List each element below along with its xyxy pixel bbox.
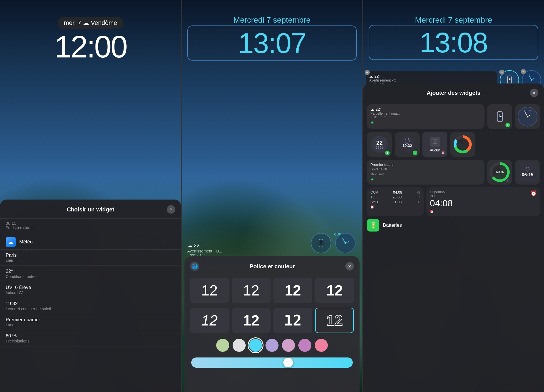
weather-widget-2: ☁ 22° Avertissement - O... ↑ 23° ↓ 14° xyxy=(187,243,222,258)
moon-item[interactable]: Premier quartier Lune xyxy=(0,314,181,330)
weather-wide-widget[interactable]: ☁ 22° Partiellement nua... ↑ 31° ↓ 18° 🌦 xyxy=(367,104,484,129)
tz-syd-time: 21:08 xyxy=(392,200,402,204)
conditions-label: 22° xyxy=(6,269,175,274)
lock-time-outlined-2: 13:07 xyxy=(187,25,357,61)
conditions-item[interactable]: 22° Conditions météo xyxy=(0,266,181,282)
batteries-icon: 🔋 xyxy=(367,219,379,232)
color-swatches xyxy=(190,339,354,352)
phone-panel-3: Mercredi 7 septembre 13:08 − ☁ 22° Avert… xyxy=(363,0,544,392)
alarm-06-time: 06:15 xyxy=(522,172,534,177)
font-medium[interactable]: 12 xyxy=(273,278,312,303)
alarm-label: Prochaine alarme xyxy=(6,226,175,230)
moon-lever: Lever 14:38 xyxy=(370,167,481,172)
lock-time-1: 12:00 xyxy=(0,31,181,62)
paris-item[interactable]: Paris Lieu xyxy=(0,250,181,266)
sheet-header-1: Choisir un widget ✕ xyxy=(0,205,181,219)
modal-close-btn[interactable]: ✕ xyxy=(345,262,354,271)
widgets-row-2: 22 18 31 + 19:32 + xyxy=(363,132,544,157)
font-grid: 12 12 12 12 xyxy=(190,278,354,303)
edit-weather-temp: ☁ 22° xyxy=(369,74,494,78)
moon-duration: 1h 29 min xyxy=(370,172,481,177)
font-thin[interactable]: 12 xyxy=(190,278,229,303)
alarm-widget[interactable]: 19:32 + xyxy=(395,132,420,157)
aucun-label: Aucun xyxy=(430,148,440,152)
font-color-modal: 🌐 Police et couleur ✕ 12 12 12 12 12 12 … xyxy=(184,256,360,392)
batteries-label: Batteries xyxy=(383,222,402,228)
lock-time-text-3: 13:08 xyxy=(373,28,534,57)
moon-title: Premier quarti... xyxy=(370,162,481,167)
swatch-lavender[interactable] xyxy=(265,339,279,352)
alarm-time: 06:15 xyxy=(6,221,175,226)
ring-pct: 60 % xyxy=(492,165,507,179)
add-widgets-close-btn[interactable]: ✕ xyxy=(530,89,538,97)
swatch-white[interactable] xyxy=(233,339,246,352)
rings-widget[interactable] xyxy=(450,132,475,157)
uvi-label: UVI 6 Élevé xyxy=(6,285,175,290)
widgets-row-1: ☁ 22° Partiellement nua... ↑ 31° ↓ 18° 🌦… xyxy=(363,104,544,129)
tz-tok-offset: +7 xyxy=(416,195,420,199)
alarm-06-widget[interactable]: 06:15 xyxy=(515,160,540,185)
edit-weather-label: Avertissement - O... xyxy=(369,78,494,82)
watch-sq-widget[interactable]: + xyxy=(487,104,512,129)
font-rounded[interactable]: 12 xyxy=(232,308,271,333)
tz-cup-time: 04:08 xyxy=(393,190,402,194)
swatch-green[interactable] xyxy=(216,339,229,352)
font-bold[interactable]: 12 xyxy=(315,278,354,303)
percent-widget[interactable]: 60 % ↑ xyxy=(487,160,512,185)
countdown-num: 22 xyxy=(376,140,382,146)
add-widgets-panel: Ajouter des widgets ✕ ☁ 22° Partiellemen… xyxy=(363,83,544,392)
aucun-widget[interactable]: Aucun 📅 xyxy=(422,132,447,157)
svg-point-18 xyxy=(526,168,529,171)
font-grid-2: 12 12 12 12 xyxy=(190,308,354,333)
minus-watch[interactable]: − xyxy=(499,70,504,75)
cupertino-widget[interactable]: Cupertino -9 H ⏰ 04:08 ⏰ xyxy=(426,187,540,216)
widgets-row-4: CUP 04:08 -9 TOK 20:08 +7 SYD 21:08 +8 ⏰ xyxy=(363,187,544,216)
precip-item[interactable]: 60 % Précipitations xyxy=(0,330,181,346)
tz-cup-offset: -9 xyxy=(417,190,420,194)
tz-widget[interactable]: CUP 04:08 -9 TOK 20:08 +7 SYD 21:08 +8 ⏰ xyxy=(367,187,424,216)
font-mono[interactable]: 12 xyxy=(273,308,312,333)
lock-time-text-2: 13:07 xyxy=(192,29,352,57)
cup-time-display: 04:08 xyxy=(430,198,537,209)
w1-range: ↑ 31° ↓ 18° xyxy=(370,115,481,119)
brightness-slider[interactable] xyxy=(191,357,353,368)
swatch-pink[interactable] xyxy=(315,339,328,352)
swatch-blue[interactable] xyxy=(249,339,262,352)
phone-panel-2: Mercredi 7 septembre 13:07 ☁ 22° Avertis… xyxy=(181,0,363,392)
sheet-close-btn[interactable]: ✕ xyxy=(167,205,175,214)
tz-tok-code: TOK xyxy=(370,195,378,199)
uvi-sub: Indice UV xyxy=(6,290,175,295)
sunset-item[interactable]: 19:32 Lever et coucher de soleil xyxy=(0,298,181,314)
precip-label: 60 % xyxy=(6,333,175,339)
w1-desc: Partiellement nua... xyxy=(370,112,481,115)
phone-panel-1: mer. 7 ☁ Vendôme 12:00 ☁ 21° Avertisseme… xyxy=(0,0,181,392)
swatch-mauve[interactable] xyxy=(282,339,295,352)
tz-cup-code: CUP xyxy=(370,190,378,194)
minus-cup[interactable]: − xyxy=(521,69,526,74)
modal-title: Police et couleur xyxy=(199,263,346,270)
brightness-thumb xyxy=(283,358,293,367)
font-outlined[interactable]: 12 xyxy=(315,308,354,333)
batteries-section[interactable]: 🔋 Batteries xyxy=(363,219,544,232)
swatch-purple[interactable] xyxy=(298,339,311,352)
font-light[interactable]: 12 xyxy=(232,278,271,303)
countdown-widget[interactable]: 22 18 31 + xyxy=(367,132,392,157)
meteo-label: Météo xyxy=(19,239,175,245)
cup-clock-2: CUP xyxy=(334,233,357,253)
globe-icon[interactable]: 🌐 xyxy=(190,262,199,271)
choose-widget-sheet: Choisir un widget ✕ 06:15 Prochaine alar… xyxy=(0,200,181,392)
sunset-sub: Lever et coucher de soleil xyxy=(6,307,175,311)
tz-cup-item: CUP 04:08 -9 xyxy=(370,190,420,194)
lockscreen-top-1: mer. 7 ☁ Vendôme 12:00 xyxy=(0,17,181,62)
add-widgets-title: Ajouter des widgets xyxy=(377,90,530,96)
clock-sq-widget[interactable]: CUP xyxy=(515,104,540,129)
tz-tok-time: 20:08 xyxy=(392,195,402,199)
font-thin-2[interactable]: 12 xyxy=(190,308,229,333)
moon-label: Premier quartier xyxy=(6,317,175,323)
svg-point-16 xyxy=(405,139,409,143)
tz-syd-offset: +8 xyxy=(416,200,420,204)
w1-temp: ☁ 22° xyxy=(370,107,481,112)
lock-date-2: Mercredi 7 septembre xyxy=(182,16,363,25)
moon-wide-widget[interactable]: Premier quarti... Lever 14:38 1h 29 min … xyxy=(367,160,484,185)
uvi-item[interactable]: UVI 6 Élevé Indice UV xyxy=(0,282,181,298)
